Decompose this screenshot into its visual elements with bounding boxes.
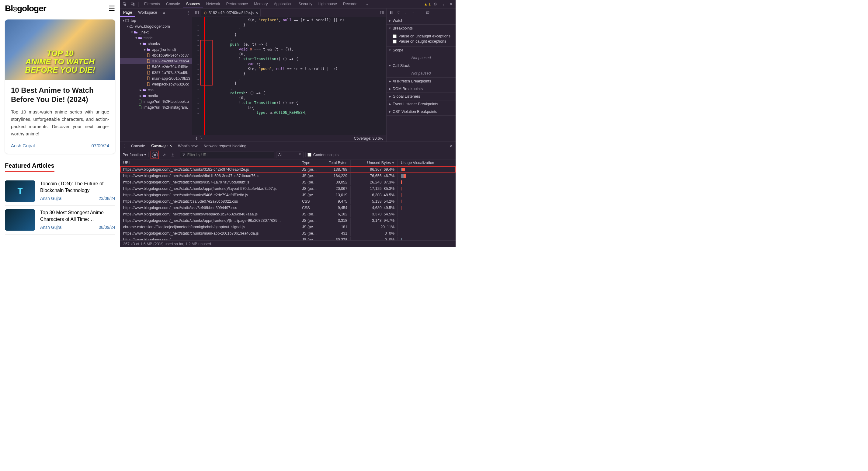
- url-filter-input[interactable]: [180, 151, 274, 158]
- tree-item[interactable]: ▶ media: [120, 93, 192, 98]
- tree-item[interactable]: 9357-1a797a3f8bd8b: [120, 70, 192, 76]
- section-header[interactable]: ▼ Call Stack: [386, 62, 456, 69]
- th-viz[interactable]: Usage Visualization: [398, 160, 456, 166]
- tree-item[interactable]: 4bd1b696-3ec47bc37: [120, 52, 192, 58]
- featured-author[interactable]: Ansh Gujral: [40, 196, 62, 201]
- section-header[interactable]: ▼ Breakpoints: [386, 25, 456, 32]
- section-header[interactable]: ▶ Global Listeners: [386, 93, 456, 100]
- th-type[interactable]: Type: [299, 160, 320, 166]
- sidebar-right-toggle-icon[interactable]: [378, 11, 385, 14]
- close-tab-icon[interactable]: ×: [169, 143, 172, 148]
- main-tab-security[interactable]: Security: [296, 0, 315, 8]
- file-tree[interactable]: ▼ top ▼ www.blogologer.com ▼ _next ▼ sta…: [120, 17, 192, 142]
- th-unused[interactable]: Unused Bytes▼: [351, 160, 398, 166]
- coverage-row[interactable]: chrome-extension://fllaojicojecljbmefodh…: [120, 224, 456, 230]
- warnings-badge[interactable]: ▲1: [424, 2, 431, 6]
- coverage-row[interactable]: https://www.blogologer.com/_next/static/…: [120, 217, 456, 224]
- coverage-row[interactable]: https://www.blogologer.com/_next/static/…: [120, 192, 456, 198]
- drawer-menu-icon[interactable]: ⋮: [121, 144, 128, 148]
- editor-tab[interactable]: ◇ 3182-c42e0f740fea542e.js ×: [202, 9, 261, 17]
- tree-item[interactable]: 5406-e2de794dfdff9e: [120, 64, 192, 70]
- section-header[interactable]: ▶ DOM Breakpoints: [386, 85, 456, 92]
- kebab-menu-icon[interactable]: ⋮: [440, 2, 446, 6]
- tree-item[interactable]: ▶ app/(frontend): [120, 47, 192, 52]
- main-tab-sources[interactable]: Sources: [183, 0, 203, 8]
- step-over-icon[interactable]: [395, 11, 402, 14]
- code-body[interactable]: …………………………………………………… K(e, "replace", nul…: [192, 17, 386, 135]
- device-toggle-icon[interactable]: [129, 2, 136, 6]
- deactivate-breakpoints-icon[interactable]: [424, 11, 431, 14]
- breakpoint-check[interactable]: Pause on uncaught exceptions: [393, 34, 453, 38]
- tree-item[interactable]: 3182-c42e0f740fea54: [120, 58, 192, 64]
- drawer-tab-what-s-new[interactable]: What's new: [175, 142, 200, 150]
- drawer-tab-network-request-blocking[interactable]: Network request blocking: [200, 142, 249, 150]
- more-tabs-icon[interactable]: »: [363, 1, 371, 8]
- pause-icon[interactable]: [388, 11, 395, 14]
- coverage-row[interactable]: https://www.blogologer.com/_next/static/…: [120, 185, 456, 192]
- tree-item[interactable]: main-app-2001b70b13: [120, 76, 192, 81]
- coverage-row[interactable]: https://www.blogologer.com/ JS (per f… 3…: [120, 236, 456, 240]
- coverage-row[interactable]: https://www.blogologer.com/_next/static/…: [120, 166, 456, 173]
- tree-item[interactable]: ▼ top: [120, 18, 192, 23]
- main-tab-lighthouse[interactable]: Lighthouse: [315, 0, 340, 8]
- step-into-icon[interactable]: ↓: [402, 11, 409, 15]
- sidebar-toggle-icon[interactable]: [193, 11, 200, 14]
- record-icon[interactable]: [152, 152, 158, 158]
- type-filter-select[interactable]: All▼: [276, 151, 304, 158]
- close-drawer-icon[interactable]: ✕: [448, 144, 454, 148]
- tree-item[interactable]: image?url=%2Ffacebook.p: [120, 98, 192, 105]
- more-navigator-tabs[interactable]: »: [160, 9, 168, 17]
- tree-item[interactable]: ▼ _next: [120, 29, 192, 35]
- step-icon[interactable]: →: [417, 11, 424, 15]
- export-icon[interactable]: [169, 153, 176, 157]
- featured-author[interactable]: Ansh Gujral: [40, 225, 62, 230]
- main-tab-network[interactable]: Network: [203, 0, 223, 8]
- coverage-row[interactable]: https://www.blogologer.com/_next/static/…: [120, 173, 456, 179]
- coverage-table[interactable]: URL Type Total Bytes Unused Bytes▼ Usage…: [120, 159, 456, 240]
- hero-article-card[interactable]: TOP 10 ANIME TO WATCH BEFORE YOU DIE! 10…: [5, 20, 115, 154]
- main-tab-recorder[interactable]: Recorder: [340, 0, 362, 8]
- tree-item[interactable]: webpack-1b246326cc: [120, 81, 192, 87]
- section-header[interactable]: ▶ CSP Violation Breakpoints: [386, 108, 456, 115]
- th-url[interactable]: URL: [120, 160, 299, 166]
- section-header[interactable]: ▶ Event Listener Breakpoints: [386, 100, 456, 108]
- url-filter-field[interactable]: [187, 153, 272, 157]
- section-header[interactable]: ▶ Watch: [386, 17, 456, 24]
- drawer-tab-console[interactable]: Console: [128, 142, 148, 150]
- featured-item[interactable]: Top 30 Most Strongest Anime Characters o…: [5, 206, 115, 235]
- tree-item[interactable]: ▶ css: [120, 87, 192, 93]
- tree-item[interactable]: ▼ www.blogologer.com: [120, 23, 192, 29]
- hamburger-menu-icon[interactable]: ☰: [108, 4, 115, 13]
- close-devtools-icon[interactable]: ✕: [448, 2, 454, 6]
- main-tab-memory[interactable]: Memory: [251, 0, 271, 8]
- featured-item[interactable]: T Toncoin (TON): The Future of Blockchai…: [5, 177, 115, 206]
- section-header[interactable]: ▶ XHR/fetch Breakpoints: [386, 78, 456, 85]
- settings-icon[interactable]: ⚙: [432, 2, 439, 6]
- inspect-icon[interactable]: [121, 2, 128, 6]
- th-total[interactable]: Total Bytes: [320, 160, 351, 166]
- tree-item[interactable]: image?url=%2Finstagram.: [120, 105, 192, 110]
- main-tab-application[interactable]: Application: [271, 0, 295, 8]
- pretty-print-icon[interactable]: { }: [195, 136, 202, 141]
- navigator-menu-icon[interactable]: ⋮: [185, 10, 192, 15]
- drawer-tab-coverage[interactable]: Coverage×: [148, 142, 175, 150]
- clear-coverage-icon[interactable]: ⊘: [161, 152, 167, 157]
- coverage-row[interactable]: https://www.blogologer.com/_next/static/…: [120, 198, 456, 204]
- granularity-select[interactable]: Per function ▼: [123, 153, 147, 157]
- coverage-row[interactable]: https://www.blogologer.com/_next/static/…: [120, 211, 456, 217]
- coverage-row[interactable]: https://www.blogologer.com/_next/static/…: [120, 179, 456, 185]
- main-tab-elements[interactable]: Elements: [141, 0, 163, 8]
- tree-item[interactable]: ▼ static: [120, 35, 192, 41]
- step-out-icon[interactable]: ↑: [410, 11, 416, 15]
- breakpoint-check[interactable]: Pause on caught exceptions: [393, 39, 453, 43]
- site-logo[interactable]: Blgologer: [5, 4, 46, 13]
- tree-item[interactable]: ▼ chunks: [120, 41, 192, 47]
- close-tab-icon[interactable]: ×: [255, 10, 258, 15]
- main-tab-console[interactable]: Console: [163, 0, 183, 8]
- coverage-row[interactable]: https://www.blogologer.com/_next/static/…: [120, 230, 456, 236]
- navigator-tab-page[interactable]: Page: [120, 9, 135, 17]
- section-header[interactable]: ▼ Scope: [386, 47, 456, 54]
- coverage-row[interactable]: https://www.blogologer.com/_next/static/…: [120, 204, 456, 211]
- navigator-tab-workspace[interactable]: Workspace: [135, 9, 160, 17]
- hero-author[interactable]: Ansh Gujral: [11, 143, 35, 148]
